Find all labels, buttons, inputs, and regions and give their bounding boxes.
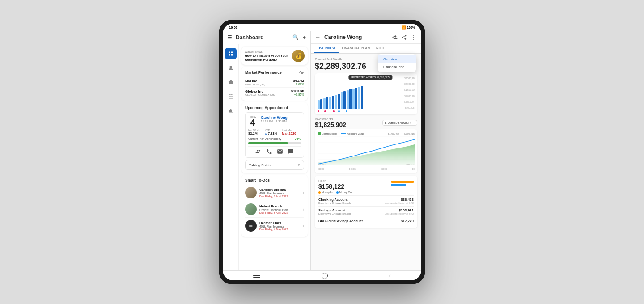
market-title: Market Performance <box>245 70 282 75</box>
nav-clients[interactable] <box>225 62 237 74</box>
apt-email-icon[interactable] <box>277 148 283 155</box>
todo-item-2[interactable]: Hubert Franck Update Financial Plan Due … <box>245 201 304 218</box>
side-nav <box>223 44 239 270</box>
apt-actions <box>248 146 301 155</box>
tabs-row: OVERVIEW FINANCIAL PLAN NOTE <box>311 44 421 54</box>
battery-icon: 100% <box>407 26 415 29</box>
svg-rect-3 <box>231 54 233 56</box>
status-time: 10:00 <box>229 25 237 30</box>
apt-date-box: Today 4 <box>248 115 257 127</box>
todo-item-1[interactable]: Carolien Bloema 401k Plan Increase Due F… <box>245 185 304 201</box>
tab-financial-plan[interactable]: FINANCIAL PLAN <box>339 44 373 53</box>
bottom-nav: ‹ <box>223 270 421 280</box>
todo-avatar-1 <box>245 187 257 198</box>
cash-section: Cash $158,122 <box>315 176 417 228</box>
nav-back-icon[interactable]: ‹ <box>389 273 391 279</box>
todos-section: Smart To-Dos Carolien Bloema 401k Plan I… <box>242 175 308 237</box>
left-scroll-content: Watson News How to Inflation-Proof Your … <box>239 44 310 270</box>
apt-last-met: Last Met Mar 2020 <box>282 129 296 135</box>
nav-lines-icon[interactable] <box>253 274 260 278</box>
net-worth-chart: PROJECTED ASSETS $2,576,647K $2,593,990 … <box>315 73 417 114</box>
add-icon[interactable]: + <box>302 34 306 41</box>
savings-branch: Downtown Chicago Branch <box>318 212 351 215</box>
market-name-1: MM Inc <box>245 79 265 83</box>
svg-rect-2 <box>229 54 230 56</box>
account-select[interactable]: Brokerage Account <box>382 120 417 126</box>
dashboard-title: Dashboard <box>236 34 289 41</box>
market-ticker-1: MM · NYSE (US) <box>245 83 265 86</box>
appointment-section: Upcoming Appointment Today 4 Caroli <box>242 102 308 173</box>
todo-arrow-1: › <box>303 190 304 195</box>
market-row-2[interactable]: Globex Inc GLOBEX · GLOBEX (US) $183.58 … <box>245 88 304 97</box>
todo-info-3: Heather Clark 401k Plan Increase Due Fri… <box>259 221 300 231</box>
apt-team-icon[interactable] <box>255 148 262 155</box>
checking-updated: Last updated today at 8:42 <box>385 202 414 204</box>
line-chart-svg: Mar 2003 Oct 2021 <box>318 136 415 165</box>
right-header-icons: ⋮ <box>392 34 417 40</box>
checking-branch: Downtown Chicago Branch <box>318 202 351 204</box>
market-row-1[interactable]: MM Inc MM · NYSE (US) $61.42 +2.08% <box>245 77 304 88</box>
plan-val: 75% <box>295 137 301 140</box>
context-menu: Overview Financial Plan <box>378 54 416 72</box>
market-name-2: Globex Inc <box>245 89 275 93</box>
apt-net-worth: Net Worth $2.2M <box>248 129 260 135</box>
talking-points[interactable]: Talking Points ▾ <box>245 160 304 170</box>
apt-chat-icon[interactable] <box>288 148 294 155</box>
context-overview[interactable]: Overview <box>378 55 416 63</box>
joint-savings-value: $17,729 <box>401 219 414 223</box>
market-change-1: +2.08% <box>293 83 304 86</box>
apt-ytd: YTD ⊙ 7.31% <box>265 129 277 135</box>
nav-calendar[interactable] <box>225 91 237 102</box>
svg-rect-4 <box>229 81 233 84</box>
checking-value: $36,433 <box>385 198 414 202</box>
nav-accounts[interactable] <box>225 76 237 88</box>
status-bar: 10:00 📶 100% <box>223 24 421 31</box>
tab-notes[interactable]: NOTE <box>373 44 389 53</box>
savings-updated: Last updated today at 8:42 <box>385 212 414 215</box>
investments-label: Investments <box>315 117 346 121</box>
left-header: ☰ Dashboard 🔍 + <box>223 31 310 44</box>
device-screen: 10:00 📶 100% ☰ Dashboard 🔍 + <box>223 24 421 280</box>
right-panel: ← Caroline Wong ⋮ OVERVIEW FINANCIAL PLA… <box>311 31 421 270</box>
savings-account-row[interactable]: Savings Account Downtown Chicago Branch … <box>318 206 414 217</box>
market-price-2: $183.58 <box>291 89 304 93</box>
more-icon[interactable]: ⋮ <box>411 34 417 40</box>
add-contact-icon[interactable] <box>392 34 398 40</box>
nav-bell[interactable] <box>225 105 237 117</box>
market-change-2: +0.85% <box>291 93 304 96</box>
client-name-heading: Caroline Wong <box>324 34 388 40</box>
appointment-card[interactable]: Today 4 Caroline Wong 12:30 PM - 1:30 PM <box>245 112 304 158</box>
svg-rect-1 <box>231 52 233 54</box>
search-icon[interactable]: 🔍 <box>292 34 299 40</box>
news-source: Watson News <box>245 50 289 53</box>
nav-home-icon[interactable] <box>322 273 328 279</box>
svg-marker-12 <box>318 144 415 165</box>
todo-arrow-3: › <box>303 224 304 228</box>
market-ticker-2: GLOBEX · GLOBEX (US) <box>245 93 275 96</box>
news-image: 💰 <box>292 50 305 62</box>
todo-avatar-3: HC <box>245 220 257 232</box>
joint-savings-account-row[interactable]: BNC Joint Savings Account $17,729 <box>318 217 414 225</box>
checking-account-row[interactable]: Checking Account Downtown Chicago Branch… <box>318 195 414 206</box>
back-icon[interactable]: ← <box>315 34 321 40</box>
todo-arrow-2: › <box>303 207 304 212</box>
todo-item-3[interactable]: HC Heather Clark 401k Plan Increase Due … <box>245 218 304 234</box>
share-icon[interactable] <box>401 34 407 40</box>
cash-label: Cash <box>318 179 344 183</box>
tab-overview[interactable]: OVERVIEW <box>314 44 339 53</box>
hamburger-icon[interactable]: ☰ <box>227 34 232 41</box>
svg-text:Oct 2021: Oct 2021 <box>407 164 415 165</box>
investment-chart: Contributions Account Value $1,060,60 $7… <box>315 129 417 173</box>
apt-phone-icon[interactable] <box>266 148 272 155</box>
market-chart-icon[interactable] <box>299 70 304 75</box>
apt-time: 12:30 PM - 1:30 PM <box>261 120 288 123</box>
market-price-1: $61.42 <box>293 79 304 83</box>
savings-value: $103,981 <box>385 208 414 212</box>
context-financial-plan[interactable]: Financial Plan <box>378 63 416 71</box>
todo-avatar-2 <box>245 203 257 215</box>
investments-value: $1,825,902 <box>315 121 346 128</box>
news-card[interactable]: Watson News How to Inflation-Proof Your … <box>242 47 308 65</box>
right-scroll: Current Net Worth $2,289,302.76 PROJECTE… <box>311 54 421 270</box>
svg-rect-0 <box>229 52 230 54</box>
nav-dashboard[interactable] <box>225 48 237 59</box>
